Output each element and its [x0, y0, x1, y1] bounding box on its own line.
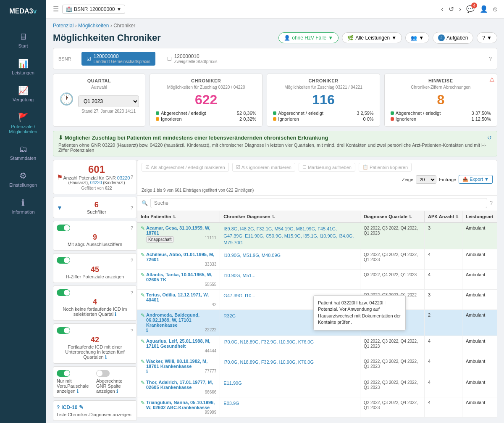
th-quartale[interactable]: Diagnosen Quartale ⇅ [360, 211, 424, 222]
hinweise-subtitle: Chroniker-Ziffern Abrechnungen [391, 85, 491, 90]
help-icon-total[interactable]: ? [131, 174, 133, 180]
chat-button[interactable]: 💬 4 [466, 5, 475, 13]
gnr-03220-link[interactable]: 03220 [117, 175, 130, 180]
filter4-info[interactable]: ℹ [115, 312, 116, 317]
filter3-help[interactable]: ? [131, 258, 133, 263]
sidebar-item-verguetung[interactable]: 📈 Vergütung [0, 80, 46, 107]
sidebar-item-stammdaten[interactable]: 🗂 Stammdaten [0, 139, 46, 166]
row-edit-icon[interactable]: ✎ [141, 338, 145, 344]
patient-kopieren-btn[interactable]: 📋 Patient/in kopieren [359, 163, 412, 172]
nav-reload-button[interactable]: ↺ [449, 5, 454, 13]
patient-cell-2: ✎ Atlantis, Tanka, 10.04.1965, W, 02605 … [137, 269, 220, 289]
patient-info-icon-6[interactable]: ℹ [146, 369, 148, 374]
patient-name-0[interactable]: Acamar, Gesa, 31.10.1959, W, 18701 [146, 225, 216, 235]
search-help-icon[interactable]: ? [490, 200, 493, 206]
th-quartale-label: Diagnosen Quartale [364, 214, 407, 219]
patient-name-6[interactable]: Wacker, Willi, 08.10.1982, M, 18701 Kran… [146, 359, 216, 369]
sidebar-item-start[interactable]: 🖥 Start [0, 27, 46, 53]
filter2-help[interactable]: ? [131, 225, 133, 230]
row-edit-icon[interactable]: ✎ [141, 380, 145, 386]
gnr-04220-link[interactable]: 04220 [90, 180, 102, 185]
th-diagnosen[interactable]: Chroniker Diagnosen ⇅ [220, 211, 360, 222]
apk-cell-2: 4 [424, 269, 462, 289]
vers-pauschale-toggle[interactable] [57, 370, 70, 377]
als-abgerechnet-btn[interactable]: ☑ Als abgerechnet / erledigt markieren [142, 163, 229, 172]
icd-list-link[interactable]: Liste Chroniker-Diagnosen anzeigen [57, 412, 133, 417]
sidebar-item-information[interactable]: ℹ Information [0, 193, 46, 219]
search-icon: 🔍 [142, 200, 148, 206]
patient-name-2[interactable]: Atlantis, Tanka, 10.04.1965, W, 02605 TK [146, 272, 216, 282]
diag-codes-4: R32G [223, 313, 236, 318]
apk-value-6: 4 [428, 359, 430, 364]
team-button[interactable]: 👥 ▼ [405, 32, 429, 43]
nav-back-button[interactable]: ‹ [441, 5, 443, 13]
sort-diagnosen-icon: ⇅ [272, 215, 275, 219]
filter5-toggle[interactable] [57, 327, 70, 334]
page-title: Möglichkeiten Chroniker [53, 32, 161, 43]
row-edit-icon[interactable]: ✎ [141, 272, 145, 278]
patient-name-8[interactable]: Triangulum, Nanna, 05.10.1996, W, 02602 … [146, 400, 216, 410]
logout-button[interactable]: ⎋ [493, 5, 497, 13]
quarter-select[interactable]: Q1 2023 Q4 2022 Q3 2022 [78, 95, 139, 107]
sidebar-item-leistungen[interactable]: 📊 Leistungen [0, 53, 46, 80]
sidebar-item-potenziale[interactable]: 🚩 Potenziale / Möglichkeiten [0, 107, 46, 139]
aufgaben-button[interactable]: 2 Aufgaben [433, 32, 473, 44]
abgr-info[interactable]: ℹ [116, 389, 118, 394]
search-input[interactable] [150, 198, 487, 208]
row-edit-icon[interactable]: ✎ [141, 359, 145, 365]
patient-info-icon-4[interactable]: ℹ [146, 328, 148, 333]
filter4-toggle[interactable] [57, 289, 70, 296]
patient-name-1[interactable]: Achilleus, Abbo, 01.01.1995, M, 72601 [146, 252, 216, 262]
icd-edit-icon[interactable]: ✎ [79, 404, 84, 410]
bsnr-selector[interactable]: 🏥 BSNR 120000000 ▼ [62, 5, 125, 14]
th-patient[interactable]: Info Patient/in ⇅ [137, 211, 220, 222]
chroniker2-rows: Abgerechnet / erledigt 3 2,59% Ignoriere… [273, 110, 373, 122]
aufgaben-badge: 2 [438, 34, 445, 41]
nav-forward-button[interactable]: › [459, 5, 461, 13]
vers-info[interactable]: ℹ [77, 389, 79, 394]
patient-name-5[interactable]: Aquarius, Leif, 25.01.1988, M, 17101 Ges… [146, 338, 216, 349]
hinweise-row-2: Ignorieren 1 12,50% [391, 116, 491, 122]
patient-name-4[interactable]: Andromeda, Baldegund, 06.02.1989, W, 171… [146, 312, 216, 328]
patient-name-7[interactable]: Thor, Adalrich, 17.01.19777, M, 02605 Kr… [146, 380, 216, 390]
alle-leistungen-button[interactable]: 🌿 Alle Leistungen ▼ [342, 32, 402, 43]
chart-icon: 📊 [18, 58, 29, 69]
markierung-aufheben-btn[interactable]: ☐ Markierung aufheben [299, 163, 355, 172]
filter-suchfilter: ▼ 6 Suchfilter ? [53, 197, 137, 218]
ohne-hzv-button[interactable]: 👤 ohne HzV Fälle ▼ [278, 32, 339, 43]
zeige-select[interactable]: 20 50 100 [416, 175, 436, 184]
diag-codes-5: I70.0G, N18.89G, F32.9G, I10.90G, K76.0G [223, 339, 314, 344]
row-edit-icon[interactable]: ✎ [141, 312, 145, 318]
bsnr-option-1[interactable]: ☑ 120000000 Landarzt Gemeinschaftspraxis [81, 52, 155, 66]
patient-cell-5: ✎ Aquarius, Leif, 25.01.1988, M, 17101 G… [137, 336, 220, 356]
bsnr-help-icon[interactable]: ? [489, 56, 492, 62]
filter5-help[interactable]: ? [131, 328, 133, 333]
filter2-toggle[interactable] [57, 225, 70, 231]
section-reload-icon[interactable]: ↺ [487, 135, 492, 141]
chroniker1-rows: Abgerechnet / erledigt 52 8,36% Ignorier… [156, 110, 256, 122]
user-button[interactable]: 👤 [480, 5, 488, 13]
apk-value-7: 4 [428, 380, 430, 385]
stats-row: QUARTAL Auswahl 🕐 Q1 2023 Q4 2022 Q3 202… [46, 74, 504, 127]
icd-help-icon[interactable]: ? [57, 404, 60, 410]
row-edit-icon[interactable]: ✎ [141, 292, 145, 298]
patient-name-3[interactable]: Terius, Odilia, 12.12.1971, W, 40401 [146, 292, 216, 302]
bsnr-option-2[interactable]: ☐ 120000010 Zweigstelle Stadtpraxis [162, 52, 223, 66]
export-button[interactable]: 📤 Export ▼ [459, 175, 493, 184]
row-edit-icon[interactable]: ✎ [141, 225, 145, 231]
filter4-help[interactable]: ? [131, 290, 133, 295]
filter5-info[interactable]: ℹ [105, 354, 107, 360]
sidebar-item-einstellungen[interactable]: ⚙ Einstellungen [0, 166, 46, 193]
breadcrumb-potenzial[interactable]: Potenzial [53, 23, 74, 29]
breadcrumb-moeglichkeiten[interactable]: Möglichkeiten [78, 23, 109, 29]
abgr-gnr-toggle[interactable] [96, 370, 110, 377]
filter1-help[interactable]: ? [131, 205, 133, 210]
help-button[interactable]: ? ▼ [477, 32, 497, 43]
row-edit-icon[interactable]: ✎ [141, 252, 145, 258]
filter3-toggle[interactable] [57, 257, 70, 264]
als-ignorieren-btn[interactable]: ☑ Als ignorieren markieren [232, 163, 295, 172]
th-apk[interactable]: APK Anzahl ⇅ [424, 211, 462, 222]
menu-icon[interactable]: ☰ [53, 5, 59, 13]
th-leistungsart: Leistungsart [462, 211, 497, 222]
row-edit-icon[interactable]: ✎ [141, 400, 145, 406]
